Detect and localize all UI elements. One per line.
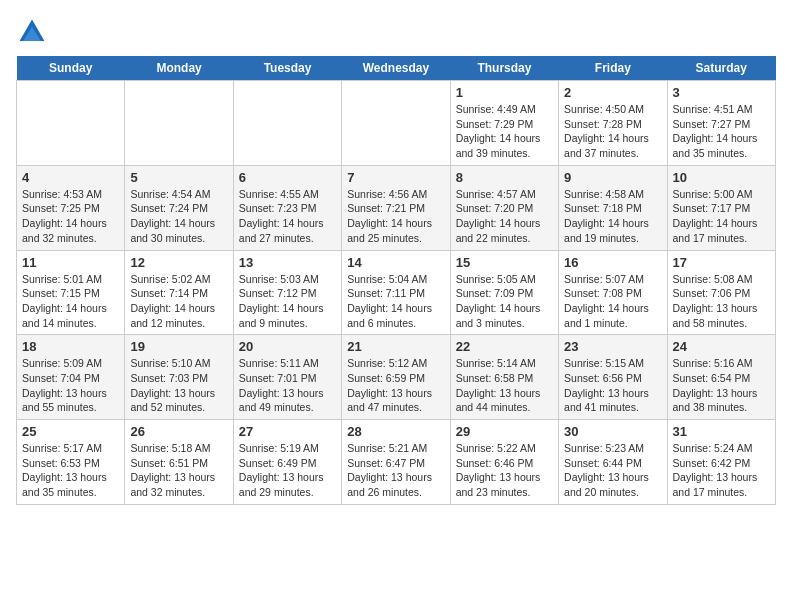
calendar-cell [17,81,125,166]
day-number: 23 [564,339,661,354]
day-info: Sunrise: 5:24 AM Sunset: 6:42 PM Dayligh… [673,441,770,500]
calendar-week-4: 18Sunrise: 5:09 AM Sunset: 7:04 PM Dayli… [17,335,776,420]
day-info: Sunrise: 5:09 AM Sunset: 7:04 PM Dayligh… [22,356,119,415]
calendar-cell: 16Sunrise: 5:07 AM Sunset: 7:08 PM Dayli… [559,250,667,335]
day-number: 17 [673,255,770,270]
day-info: Sunrise: 5:12 AM Sunset: 6:59 PM Dayligh… [347,356,444,415]
calendar-cell: 25Sunrise: 5:17 AM Sunset: 6:53 PM Dayli… [17,420,125,505]
calendar-cell: 7Sunrise: 4:56 AM Sunset: 7:21 PM Daylig… [342,165,450,250]
calendar-cell: 6Sunrise: 4:55 AM Sunset: 7:23 PM Daylig… [233,165,341,250]
day-number: 30 [564,424,661,439]
calendar-cell: 15Sunrise: 5:05 AM Sunset: 7:09 PM Dayli… [450,250,558,335]
day-info: Sunrise: 4:49 AM Sunset: 7:29 PM Dayligh… [456,102,553,161]
calendar-cell: 17Sunrise: 5:08 AM Sunset: 7:06 PM Dayli… [667,250,775,335]
day-number: 22 [456,339,553,354]
calendar-cell: 21Sunrise: 5:12 AM Sunset: 6:59 PM Dayli… [342,335,450,420]
calendar-cell: 3Sunrise: 4:51 AM Sunset: 7:27 PM Daylig… [667,81,775,166]
calendar-cell: 22Sunrise: 5:14 AM Sunset: 6:58 PM Dayli… [450,335,558,420]
day-number: 19 [130,339,227,354]
day-info: Sunrise: 5:15 AM Sunset: 6:56 PM Dayligh… [564,356,661,415]
day-header-monday: Monday [125,56,233,81]
day-number: 6 [239,170,336,185]
day-info: Sunrise: 4:58 AM Sunset: 7:18 PM Dayligh… [564,187,661,246]
day-info: Sunrise: 5:07 AM Sunset: 7:08 PM Dayligh… [564,272,661,331]
calendar-cell: 28Sunrise: 5:21 AM Sunset: 6:47 PM Dayli… [342,420,450,505]
day-info: Sunrise: 5:01 AM Sunset: 7:15 PM Dayligh… [22,272,119,331]
day-info: Sunrise: 4:57 AM Sunset: 7:20 PM Dayligh… [456,187,553,246]
calendar-week-5: 25Sunrise: 5:17 AM Sunset: 6:53 PM Dayli… [17,420,776,505]
day-info: Sunrise: 5:11 AM Sunset: 7:01 PM Dayligh… [239,356,336,415]
day-info: Sunrise: 5:00 AM Sunset: 7:17 PM Dayligh… [673,187,770,246]
calendar-cell: 4Sunrise: 4:53 AM Sunset: 7:25 PM Daylig… [17,165,125,250]
day-number: 2 [564,85,661,100]
day-number: 21 [347,339,444,354]
day-number: 7 [347,170,444,185]
day-info: Sunrise: 4:54 AM Sunset: 7:24 PM Dayligh… [130,187,227,246]
day-info: Sunrise: 4:56 AM Sunset: 7:21 PM Dayligh… [347,187,444,246]
day-number: 11 [22,255,119,270]
day-info: Sunrise: 5:08 AM Sunset: 7:06 PM Dayligh… [673,272,770,331]
day-number: 12 [130,255,227,270]
day-header-sunday: Sunday [17,56,125,81]
calendar-cell: 23Sunrise: 5:15 AM Sunset: 6:56 PM Dayli… [559,335,667,420]
calendar-cell: 8Sunrise: 4:57 AM Sunset: 7:20 PM Daylig… [450,165,558,250]
calendar-cell: 10Sunrise: 5:00 AM Sunset: 7:17 PM Dayli… [667,165,775,250]
calendar-cell [125,81,233,166]
day-info: Sunrise: 5:21 AM Sunset: 6:47 PM Dayligh… [347,441,444,500]
calendar-cell: 14Sunrise: 5:04 AM Sunset: 7:11 PM Dayli… [342,250,450,335]
day-number: 31 [673,424,770,439]
day-number: 14 [347,255,444,270]
day-info: Sunrise: 5:16 AM Sunset: 6:54 PM Dayligh… [673,356,770,415]
calendar-cell: 5Sunrise: 4:54 AM Sunset: 7:24 PM Daylig… [125,165,233,250]
calendar-cell: 24Sunrise: 5:16 AM Sunset: 6:54 PM Dayli… [667,335,775,420]
day-header-tuesday: Tuesday [233,56,341,81]
day-number: 3 [673,85,770,100]
day-info: Sunrise: 5:04 AM Sunset: 7:11 PM Dayligh… [347,272,444,331]
day-number: 26 [130,424,227,439]
calendar-week-2: 4Sunrise: 4:53 AM Sunset: 7:25 PM Daylig… [17,165,776,250]
day-info: Sunrise: 5:18 AM Sunset: 6:51 PM Dayligh… [130,441,227,500]
calendar-cell: 20Sunrise: 5:11 AM Sunset: 7:01 PM Dayli… [233,335,341,420]
logo-icon [16,16,48,48]
day-header-saturday: Saturday [667,56,775,81]
day-info: Sunrise: 5:05 AM Sunset: 7:09 PM Dayligh… [456,272,553,331]
day-number: 25 [22,424,119,439]
day-number: 13 [239,255,336,270]
calendar-cell: 11Sunrise: 5:01 AM Sunset: 7:15 PM Dayli… [17,250,125,335]
day-number: 20 [239,339,336,354]
day-header-wednesday: Wednesday [342,56,450,81]
calendar-cell: 13Sunrise: 5:03 AM Sunset: 7:12 PM Dayli… [233,250,341,335]
day-number: 29 [456,424,553,439]
calendar-cell: 29Sunrise: 5:22 AM Sunset: 6:46 PM Dayli… [450,420,558,505]
day-info: Sunrise: 4:50 AM Sunset: 7:28 PM Dayligh… [564,102,661,161]
day-info: Sunrise: 5:23 AM Sunset: 6:44 PM Dayligh… [564,441,661,500]
page-header [16,16,776,48]
calendar-cell: 12Sunrise: 5:02 AM Sunset: 7:14 PM Dayli… [125,250,233,335]
day-header-thursday: Thursday [450,56,558,81]
day-number: 5 [130,170,227,185]
day-info: Sunrise: 4:53 AM Sunset: 7:25 PM Dayligh… [22,187,119,246]
day-number: 27 [239,424,336,439]
calendar-cell: 31Sunrise: 5:24 AM Sunset: 6:42 PM Dayli… [667,420,775,505]
day-info: Sunrise: 4:51 AM Sunset: 7:27 PM Dayligh… [673,102,770,161]
calendar-cell: 18Sunrise: 5:09 AM Sunset: 7:04 PM Dayli… [17,335,125,420]
calendar-cell: 26Sunrise: 5:18 AM Sunset: 6:51 PM Dayli… [125,420,233,505]
day-info: Sunrise: 5:22 AM Sunset: 6:46 PM Dayligh… [456,441,553,500]
day-info: Sunrise: 5:03 AM Sunset: 7:12 PM Dayligh… [239,272,336,331]
day-number: 8 [456,170,553,185]
calendar-cell: 9Sunrise: 4:58 AM Sunset: 7:18 PM Daylig… [559,165,667,250]
days-header-row: SundayMondayTuesdayWednesdayThursdayFrid… [17,56,776,81]
calendar-cell [342,81,450,166]
day-info: Sunrise: 5:19 AM Sunset: 6:49 PM Dayligh… [239,441,336,500]
day-number: 24 [673,339,770,354]
calendar-table: SundayMondayTuesdayWednesdayThursdayFrid… [16,56,776,505]
calendar-cell: 30Sunrise: 5:23 AM Sunset: 6:44 PM Dayli… [559,420,667,505]
calendar-cell [233,81,341,166]
day-number: 16 [564,255,661,270]
day-header-friday: Friday [559,56,667,81]
calendar-cell: 27Sunrise: 5:19 AM Sunset: 6:49 PM Dayli… [233,420,341,505]
day-number: 10 [673,170,770,185]
day-info: Sunrise: 5:02 AM Sunset: 7:14 PM Dayligh… [130,272,227,331]
day-number: 9 [564,170,661,185]
calendar-cell: 1Sunrise: 4:49 AM Sunset: 7:29 PM Daylig… [450,81,558,166]
